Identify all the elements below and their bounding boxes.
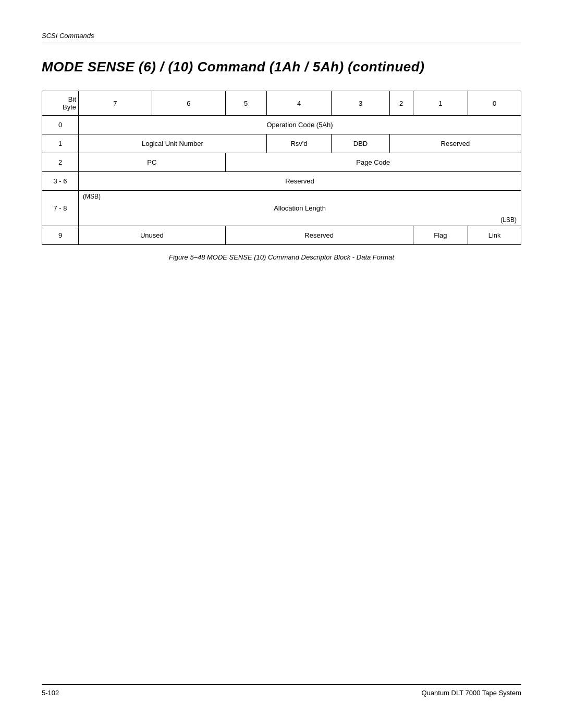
- bit-label: Bit: [44, 95, 76, 103]
- table-row: 1 Logical Unit Number Rsv'd DBD Reserved: [42, 134, 521, 153]
- dbd-cell: DBD: [332, 134, 390, 153]
- byte-1-label: 1: [42, 134, 79, 153]
- bit-5-header: 5: [225, 91, 266, 116]
- logical-unit-number-cell: Logical Unit Number: [79, 134, 267, 153]
- operation-code-cell: Operation Code (5Ah): [79, 116, 521, 134]
- bit-0-header: 0: [468, 91, 521, 116]
- byte-0-label: 0: [42, 116, 79, 134]
- product-name: Quantum DLT 7000 Tape System: [422, 689, 522, 697]
- command-table: Bit Byte 7 6 5 4 3 2 1 0 0 Operation Cod…: [42, 91, 521, 245]
- page-title: MODE SENSE (6) / (10) Command (1Ah / 5Ah…: [42, 59, 521, 75]
- bit-7-header: 7: [79, 91, 152, 116]
- page-number: 5-102: [42, 689, 59, 697]
- section-label: SCSI Commands: [42, 32, 94, 40]
- lsb-label: (LSB): [79, 216, 521, 226]
- reserved-cell-2: Reserved: [79, 172, 521, 191]
- figure-caption: Figure 5–48 MODE SENSE (10) Command Desc…: [42, 253, 521, 261]
- unused-cell: Unused: [79, 226, 226, 245]
- table-row: 7 - 8 (MSB) Allocation Length (LSB): [42, 191, 521, 226]
- reserved-cell-1: Reserved: [389, 134, 521, 153]
- msb-label: (MSB): [79, 191, 521, 200]
- table-row: 0 Operation Code (5Ah): [42, 116, 521, 134]
- flag-cell: Flag: [413, 226, 468, 245]
- bit-3-header: 3: [332, 91, 390, 116]
- table-row: 9 Unused Reserved Flag Link: [42, 226, 521, 245]
- byte-label: Byte: [44, 103, 76, 111]
- link-cell: Link: [468, 226, 521, 245]
- pc-cell: PC: [79, 153, 226, 172]
- allocation-length-cell: (MSB) Allocation Length (LSB): [79, 191, 521, 226]
- bit-4-header: 4: [266, 91, 331, 116]
- page-footer: 5-102 Quantum DLT 7000 Tape System: [42, 684, 521, 697]
- byte-2-label: 2: [42, 153, 79, 172]
- byte-9-label: 9: [42, 226, 79, 245]
- bit-byte-header: Bit Byte: [42, 91, 79, 116]
- bit-6-header: 6: [152, 91, 225, 116]
- page-code-cell: Page Code: [225, 153, 521, 172]
- byte-3-6-label: 3 - 6: [42, 172, 79, 191]
- rsvd-cell: Rsv'd: [266, 134, 331, 153]
- table-row: 2 PC Page Code: [42, 153, 521, 172]
- byte-7-8-label: 7 - 8: [42, 191, 79, 226]
- table-row: 3 - 6 Reserved: [42, 172, 521, 191]
- bit-1-header: 1: [413, 91, 468, 116]
- page-header: SCSI Commands: [42, 31, 521, 43]
- bit-2-header: 2: [389, 91, 413, 116]
- reserved-cell-3: Reserved: [225, 226, 413, 245]
- table-header-row: Bit Byte 7 6 5 4 3 2 1 0: [42, 91, 521, 116]
- allocation-length-text: Allocation Length: [79, 200, 521, 216]
